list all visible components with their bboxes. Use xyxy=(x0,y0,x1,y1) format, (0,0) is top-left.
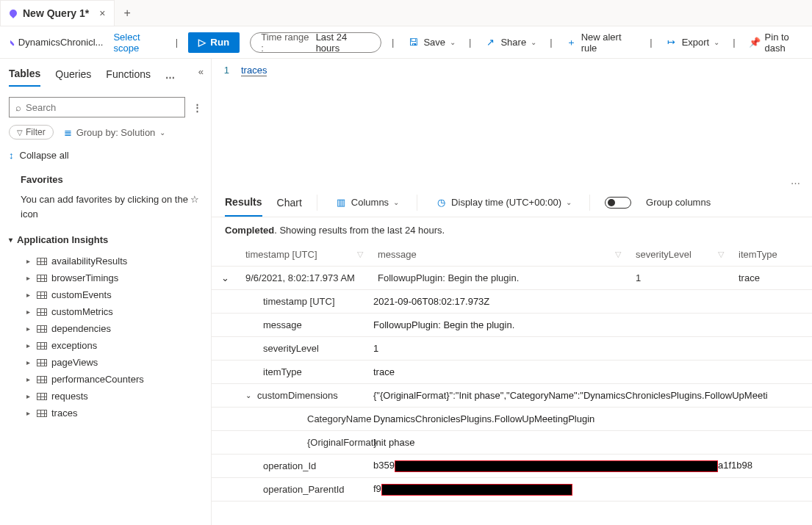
toolbar: DynamicsChronicl... Select scope | ▷ Run… xyxy=(0,26,812,59)
tree-item-label: exceptions xyxy=(51,340,97,351)
tab-functions[interactable]: Functions xyxy=(106,68,151,86)
separator xyxy=(589,195,590,211)
table-icon xyxy=(37,325,47,333)
columns-button[interactable]: ▥ Columns ⌄ xyxy=(332,197,402,209)
tree-item[interactable]: ▸performanceCounters xyxy=(9,371,202,388)
table-row[interactable]: ⌄ 9/6/2021, 8:02:17.973 AM FollowupPlugi… xyxy=(212,267,812,290)
tree-section-appinsights[interactable]: ▾ Application Insights xyxy=(9,234,202,245)
resize-handle[interactable] xyxy=(212,184,812,188)
separator: | xyxy=(650,37,652,48)
chevron-right-icon: ▸ xyxy=(26,392,32,400)
detail-row: messageFollowupPlugin: Begin the plugin. xyxy=(212,314,812,337)
separator xyxy=(417,195,417,211)
chevron-down-icon: ⌄ xyxy=(714,38,719,46)
tree-item[interactable]: ▸dependencies xyxy=(9,320,202,337)
scope-name: DynamicsChronicl... xyxy=(18,37,104,48)
query-editor[interactable]: 1 traces xyxy=(212,59,812,184)
scope-picker[interactable]: DynamicsChronicl... xyxy=(10,37,103,48)
tab-chart[interactable]: Chart xyxy=(277,189,302,216)
tree-item[interactable]: ▸customMetrics xyxy=(9,303,202,320)
collapse-panel-icon[interactable]: « xyxy=(198,66,204,77)
tab-queries[interactable]: Queries xyxy=(55,68,91,86)
tree-item[interactable]: ▸customEvents xyxy=(9,286,202,303)
tree-item[interactable]: ▸traces xyxy=(9,405,202,421)
collapse-all-button[interactable]: ↕ Collapse all xyxy=(9,150,202,161)
table-icon xyxy=(37,308,47,316)
table-icon xyxy=(37,393,47,400)
separator: | xyxy=(469,37,471,48)
export-button[interactable]: ↦ Export ⌄ xyxy=(663,37,723,48)
cell-timestamp: 9/6/2021, 8:02:17.973 AM xyxy=(238,268,370,288)
col-timestamp[interactable]: timestamp [UTC]▽ xyxy=(238,245,370,264)
chevron-right-icon: ▸ xyxy=(26,325,32,333)
groupby-button[interactable]: ≣ Group by: Solution ⌄ xyxy=(64,127,166,138)
more-icon[interactable]: ⋯ xyxy=(165,72,175,83)
separator xyxy=(317,195,317,211)
appinsights-icon xyxy=(10,39,15,46)
grid-header: timestamp [UTC]▽ message▽ severityLevel▽… xyxy=(212,243,812,267)
detail-row: CategoryNameDynamicsChroniclesPlugins.Fo… xyxy=(212,408,812,431)
pin-button[interactable]: 📌 Pin to dash xyxy=(746,32,812,54)
expand-row-icon[interactable]: ⌄ xyxy=(212,268,238,288)
search-input[interactable]: ⌕ xyxy=(9,97,185,117)
run-label: Run xyxy=(210,37,229,48)
chevron-down-icon[interactable]: ⌄ xyxy=(245,391,251,399)
chevron-right-icon: ▸ xyxy=(26,308,32,316)
status-bar: Completed. Showing results from the last… xyxy=(212,217,812,243)
cell-itemtype: trace xyxy=(731,268,812,288)
tree-item[interactable]: ▸availabilityResults xyxy=(9,253,202,269)
detail-row: itemTypetrace xyxy=(212,361,812,384)
tab-title: New Query 1* xyxy=(23,7,89,19)
chevron-right-icon: ▸ xyxy=(26,257,32,265)
appinsights-icon xyxy=(8,8,18,18)
tab-bar: New Query 1* × + xyxy=(0,0,812,26)
tree-item[interactable]: ▸exceptions xyxy=(9,337,202,354)
search-field[interactable] xyxy=(26,102,179,113)
tab-tables[interactable]: Tables xyxy=(9,68,40,87)
add-tab-button[interactable]: + xyxy=(115,7,139,20)
col-severity[interactable]: severityLevel▽ xyxy=(628,245,731,264)
cell-severity: 1 xyxy=(628,268,731,288)
clock-icon: ◷ xyxy=(435,197,447,209)
detail-row[interactable]: ⌄customDimensions {"{OriginalFormat}":"I… xyxy=(212,384,812,408)
tree-item-label: pageViews xyxy=(51,357,98,368)
chevron-down-icon: ⌄ xyxy=(566,198,572,206)
save-button[interactable]: 🖫 Save ⌄ xyxy=(404,37,459,48)
search-more-icon[interactable]: ⋮ xyxy=(193,102,202,113)
detail-row: timestamp [UTC]2021-09-06T08:02:17.973Z xyxy=(212,290,812,314)
group-columns-toggle[interactable] xyxy=(605,197,631,209)
search-icon: ⌕ xyxy=(15,102,21,113)
tree-item-label: traces xyxy=(51,408,77,419)
tree-item[interactable]: ▸browserTimings xyxy=(9,269,202,286)
filter-icon: ▽ xyxy=(17,128,23,137)
chevron-right-icon: ▸ xyxy=(26,358,32,366)
select-scope-link[interactable]: Select scope xyxy=(113,32,165,54)
query-tab[interactable]: New Query 1* × xyxy=(0,0,115,26)
separator: | xyxy=(550,37,552,48)
close-icon[interactable]: × xyxy=(99,7,105,19)
new-alert-button[interactable]: ＋ New alert rule xyxy=(563,32,640,54)
filter-icon[interactable]: ▽ xyxy=(357,250,363,259)
tab-results[interactable]: Results xyxy=(225,189,262,217)
tree-item[interactable]: ▸requests xyxy=(9,388,202,405)
line-number: 1 xyxy=(212,65,241,76)
columns-icon: ▥ xyxy=(335,197,347,209)
filter-icon[interactable]: ▽ xyxy=(718,250,724,259)
display-time-button[interactable]: ◷ Display time (UTC+00:00) ⌄ xyxy=(432,197,575,209)
share-button[interactable]: ↗ Share ⌄ xyxy=(481,37,539,48)
left-panel: « Tables Queries Functions ⋯ ⌕ ⋮ ▽ Filte… xyxy=(0,59,212,525)
time-label: Time range : xyxy=(261,32,311,54)
col-itemtype[interactable]: itemType xyxy=(731,245,812,264)
chevron-down-icon: ⌄ xyxy=(393,198,399,206)
chevron-down-icon: ⌄ xyxy=(450,38,456,46)
table-icon xyxy=(37,359,47,366)
col-message[interactable]: message▽ xyxy=(370,245,628,264)
collapse-icon: ↕ xyxy=(9,150,14,161)
query-text[interactable]: traces xyxy=(241,65,267,76)
filter-button[interactable]: ▽ Filter xyxy=(9,125,54,140)
tree-item[interactable]: ▸pageViews xyxy=(9,354,202,371)
run-button[interactable]: ▷ Run xyxy=(188,32,240,53)
tree-item-label: dependencies xyxy=(51,323,111,334)
filter-icon[interactable]: ▽ xyxy=(615,250,621,259)
time-range-picker[interactable]: Time range : Last 24 hours xyxy=(250,32,381,53)
